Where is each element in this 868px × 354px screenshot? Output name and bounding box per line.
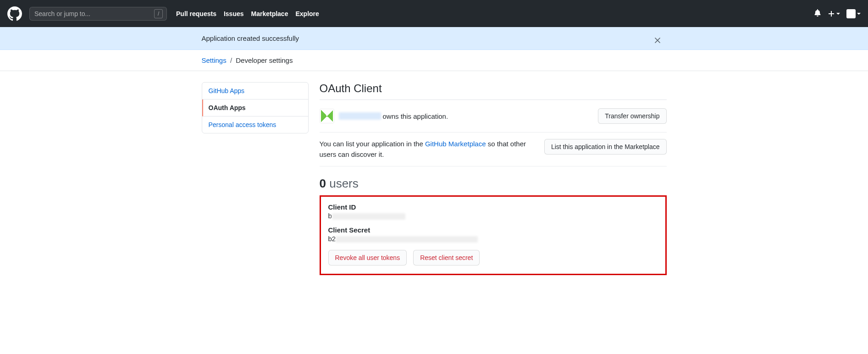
client-secret-redacted: [336, 236, 478, 243]
github-logo[interactable]: [7, 6, 22, 21]
nav-issues[interactable]: Issues: [224, 10, 244, 17]
marketplace-row: You can list your application in the Git…: [320, 133, 667, 166]
nav-explore[interactable]: Explore: [295, 10, 319, 17]
client-secret-label: Client Secret: [328, 226, 658, 234]
sidebar-item-personal-access-tokens[interactable]: Personal access tokens: [202, 116, 308, 133]
global-header: / Pull requests Issues Marketplace Explo…: [0, 0, 868, 27]
breadcrumb: Settings / Developer settings: [202, 50, 667, 71]
client-id-redacted: [332, 213, 405, 220]
client-secret-prefix: b2: [328, 235, 336, 243]
users-label: users: [329, 177, 359, 190]
plus-icon: [828, 10, 835, 17]
users-heading: 0 users: [320, 177, 667, 191]
flash-banner: Application created successfully: [0, 27, 868, 50]
list-in-marketplace-button[interactable]: List this application in the Marketplace: [544, 139, 667, 155]
breadcrumb-row: Settings / Developer settings: [0, 50, 868, 71]
nav-pull-requests[interactable]: Pull requests: [176, 10, 216, 17]
caret-down-icon: [857, 13, 861, 15]
breadcrumb-settings[interactable]: Settings: [202, 56, 227, 64]
github-mark-icon: [7, 6, 22, 21]
bell-icon: [814, 9, 821, 17]
slash-key-hint: /: [154, 9, 163, 18]
caret-down-icon: [836, 13, 840, 15]
close-icon: [655, 38, 660, 43]
owner-name-redacted: [339, 112, 381, 120]
revoke-all-user-tokens-button[interactable]: Revoke all user tokens: [328, 250, 407, 266]
github-marketplace-link[interactable]: GitHub Marketplace: [425, 140, 486, 148]
flash-close-button[interactable]: [653, 34, 662, 46]
header-right-controls: [814, 9, 861, 18]
notifications-button[interactable]: [814, 9, 821, 18]
client-id-value: b: [328, 212, 658, 220]
client-secret-value: b2: [328, 235, 658, 243]
global-search[interactable]: /: [29, 7, 167, 21]
owner-suffix-text: owns this application.: [383, 112, 448, 120]
client-id-prefix: b: [328, 212, 332, 220]
users-count: 0: [320, 177, 326, 190]
credentials-highlight-box: Client ID b Client Secret b2 Revoke all …: [320, 195, 667, 275]
sidebar-item-github-apps[interactable]: GitHub Apps: [202, 83, 308, 100]
flash-message: Application created successfully: [202, 34, 299, 42]
create-new-dropdown[interactable]: [828, 10, 840, 17]
developer-settings-sidebar: GitHub Apps OAuth Apps Personal access t…: [202, 82, 309, 133]
nav-marketplace[interactable]: Marketplace: [251, 10, 288, 17]
marketplace-description: You can list your application in the Git…: [320, 139, 538, 160]
transfer-ownership-button[interactable]: Transfer ownership: [598, 108, 666, 124]
primary-nav: Pull requests Issues Marketplace Explore: [176, 10, 319, 17]
page-title: OAuth Client: [320, 82, 667, 100]
reset-client-secret-button[interactable]: Reset client secret: [413, 250, 480, 266]
owner-row: owns this application. Transfer ownershi…: [320, 100, 667, 133]
danger-actions-row: Revoke all user tokens Reset client secr…: [328, 250, 658, 266]
client-id-label: Client ID: [328, 203, 658, 211]
owner-avatar-icon: [320, 109, 334, 123]
marketplace-text-pre: You can list your application in the: [320, 140, 425, 148]
oauth-app-content: OAuth Client owns this application. Tran…: [320, 82, 667, 275]
breadcrumb-current: Developer settings: [236, 56, 293, 64]
user-avatar-icon: [846, 9, 856, 18]
breadcrumb-separator: /: [230, 56, 232, 64]
sidebar-item-oauth-apps[interactable]: OAuth Apps: [202, 100, 308, 116]
user-menu-dropdown[interactable]: [846, 9, 861, 18]
search-input[interactable]: [33, 10, 154, 18]
